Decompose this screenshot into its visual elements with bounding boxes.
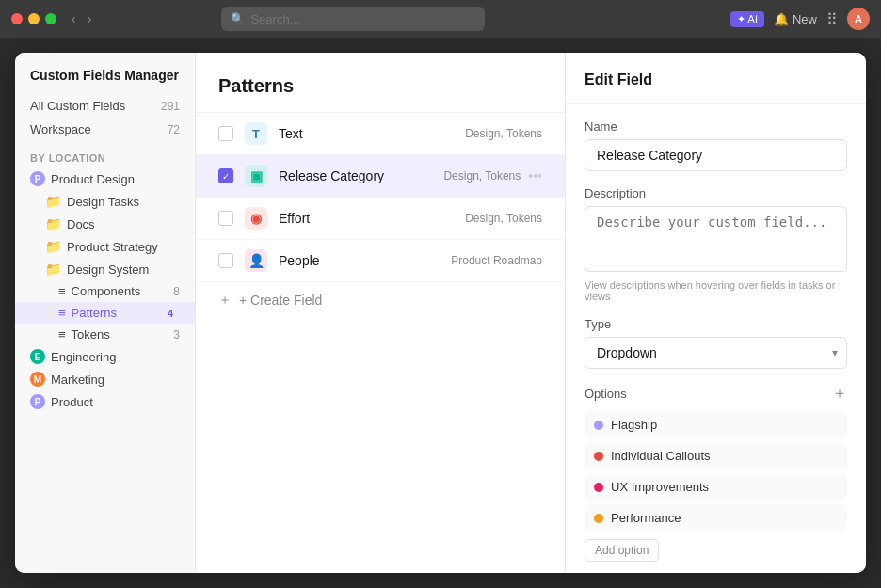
tokens-label: Tokens [72, 327, 110, 342]
options-form-group: Options ＋ Flagship Individual Callouts U… [585, 384, 847, 562]
new-button[interactable]: 🔔 New [774, 12, 817, 26]
sidebar-item-patterns[interactable]: ≡ Patterns 4 [15, 302, 195, 324]
name-input[interactable] [585, 139, 847, 171]
field-checkbox-release[interactable]: ✓ [218, 168, 233, 183]
workspace-label: Workspace [30, 122, 91, 136]
product-design-label: Product Design [51, 172, 135, 186]
field-icon-people: 👤 [245, 249, 267, 272]
description-textarea[interactable] [585, 206, 847, 272]
avatar[interactable]: A [847, 8, 870, 30]
folder-icon: 📁 [45, 194, 61, 209]
field-icon-text: T [245, 122, 267, 145]
field-row-text[interactable]: T Text Design, Tokens [196, 113, 565, 155]
sidebar-item-docs[interactable]: 📁 Docs [15, 213, 195, 235]
ai-icon: ✦ [737, 13, 745, 25]
name-form-group: Name [585, 119, 847, 171]
sidebar-item-marketing[interactable]: M Marketing [15, 368, 195, 390]
type-form-group: Type Dropdown Text Number Date People ▾ [585, 317, 847, 369]
option-item-individual-callouts[interactable]: Individual Callouts [585, 442, 847, 469]
field-row-release-category[interactable]: ✓ ▣ Release Category Design, Tokens ••• [196, 155, 565, 198]
components-label: Components [72, 284, 141, 298]
sidebar-item-components[interactable]: ≡ Components 8 [15, 280, 195, 302]
search-input[interactable] [250, 12, 475, 26]
forward-button[interactable]: › [84, 9, 96, 28]
field-icon-effort: ◉ [245, 207, 267, 230]
option-item-ux-improvements[interactable]: UX Improvements [585, 473, 847, 501]
product-strategy-label: Product Strategy [67, 240, 158, 254]
option-item-performance[interactable]: Performance [585, 504, 847, 532]
folder-icon: 📁 [45, 216, 61, 231]
grid-icon[interactable]: ⠿ [826, 10, 838, 28]
more-options-icon[interactable]: ••• [528, 168, 542, 183]
product-icon: P [30, 394, 45, 409]
list-icon-active: ≡ [58, 306, 66, 320]
ai-badge[interactable]: ✦ AI [730, 11, 764, 27]
performance-label: Performance [611, 511, 681, 525]
description-hint: View descriptions when hovering over fie… [585, 279, 847, 302]
add-option-button[interactable]: Add option [585, 539, 659, 562]
docs-label: Docs [67, 217, 95, 231]
add-option-plus-icon[interactable]: ＋ [832, 384, 847, 404]
titlebar: ‹ › 🔍 ✦ AI 🔔 New ⠿ A [0, 0, 881, 38]
field-name-text: Text [279, 126, 454, 141]
back-button[interactable]: ‹ [68, 9, 80, 28]
option-item-flagship[interactable]: Flagship [585, 411, 847, 438]
engineering-label: Engineering [51, 350, 116, 364]
create-field-label: + Create Field [239, 293, 322, 308]
sidebar-item-workspace[interactable]: Workspace 72 [15, 118, 195, 141]
description-label: Description [585, 186, 847, 200]
sidebar-item-all-custom-fields[interactable]: All Custom Fields 291 [15, 94, 195, 118]
bell-icon: 🔔 [774, 12, 789, 26]
content-area: Patterns T Text Design, Tokens ✓ ▣ Relea… [196, 53, 565, 573]
tokens-count: 3 [173, 328, 180, 342]
search-bar[interactable]: 🔍 [221, 7, 485, 31]
sidebar-item-tokens[interactable]: ≡ Tokens 3 [15, 324, 195, 345]
field-tags-text: Design, Tokens [465, 127, 542, 140]
edit-panel-header: Edit Field [566, 53, 866, 104]
field-icon-release: ▣ [245, 165, 267, 187]
marketing-label: Marketing [51, 373, 104, 387]
description-form-group: Description View descriptions when hover… [585, 186, 847, 302]
patterns-count: 4 [161, 307, 180, 320]
ux-improvements-dot [594, 483, 603, 492]
sidebar-item-design-system[interactable]: 📁 Design System [15, 258, 195, 280]
sidebar-title: Custom Fields Manager [15, 68, 195, 94]
sidebar-item-product-design[interactable]: P Product Design [15, 167, 195, 190]
content-header: Patterns [196, 53, 565, 113]
field-tags-effort: Design, Tokens [465, 212, 542, 225]
individual-callouts-dot [594, 452, 603, 461]
design-system-label: Design System [67, 262, 149, 277]
content-title: Patterns [218, 75, 542, 97]
field-name-effort: Effort [279, 211, 454, 226]
close-button[interactable] [11, 13, 23, 24]
patterns-label: Patterns [72, 306, 117, 320]
type-select[interactable]: Dropdown Text Number Date People [585, 337, 847, 369]
folder-icon: 📁 [45, 239, 61, 254]
field-tags-people: Product Roadmap [451, 254, 542, 267]
modal-wrapper: Custom Fields Manager All Custom Fields … [15, 53, 866, 573]
components-count: 8 [173, 285, 180, 298]
field-checkbox-people[interactable] [218, 253, 233, 268]
all-custom-fields-count: 291 [161, 100, 180, 113]
ux-improvements-label: UX Improvements [611, 480, 709, 494]
main-container: Custom Fields Manager All Custom Fields … [0, 38, 881, 588]
name-label: Name [585, 119, 847, 134]
sidebar: Custom Fields Manager All Custom Fields … [15, 53, 196, 573]
field-row-people[interactable]: 👤 People Product Roadmap [196, 240, 565, 282]
sidebar-item-product[interactable]: P Product [15, 390, 195, 413]
field-name-release: Release Category [279, 168, 432, 183]
fullscreen-button[interactable] [45, 13, 56, 24]
titlebar-right: ✦ AI 🔔 New ⠿ A [730, 8, 870, 30]
flagship-dot [594, 421, 603, 430]
sidebar-item-engineering[interactable]: E Engineering [15, 345, 195, 368]
field-row-effort[interactable]: ◉ Effort Design, Tokens [196, 198, 565, 240]
minimize-button[interactable] [28, 13, 40, 24]
sidebar-item-product-strategy[interactable]: 📁 Product Strategy [15, 235, 195, 258]
create-field-row[interactable]: ＋ + Create Field [196, 282, 565, 318]
individual-callouts-label: Individual Callouts [611, 449, 711, 463]
sidebar-item-design-tasks[interactable]: 📁 Design Tasks [15, 190, 195, 213]
by-location-label: BY LOCATION [15, 141, 195, 167]
plus-icon: ＋ [218, 292, 232, 309]
field-checkbox-effort[interactable] [218, 211, 233, 226]
field-checkbox-text[interactable] [218, 126, 233, 141]
